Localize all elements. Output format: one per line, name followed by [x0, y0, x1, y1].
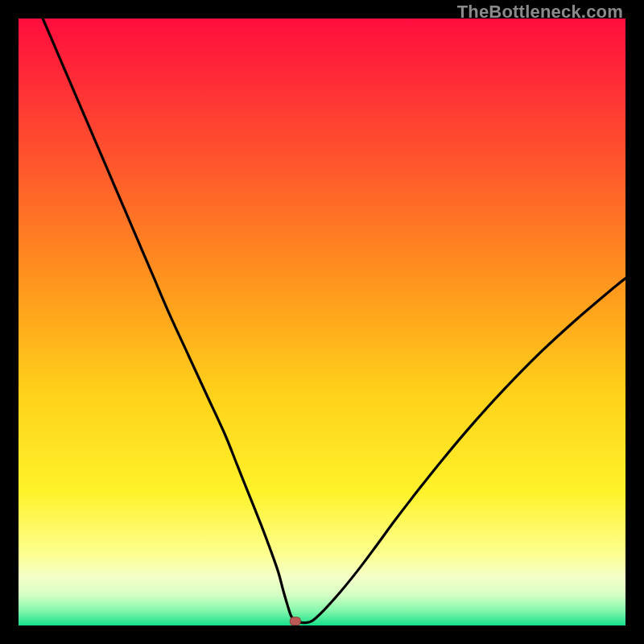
- chart-frame: TheBottleneck.com: [0, 0, 644, 644]
- gradient-background: [19, 19, 625, 625]
- bottleneck-chart: [19, 19, 625, 625]
- plot-area: [19, 19, 625, 625]
- optimum-marker: [290, 617, 300, 625]
- watermark-text: TheBottleneck.com: [457, 2, 623, 23]
